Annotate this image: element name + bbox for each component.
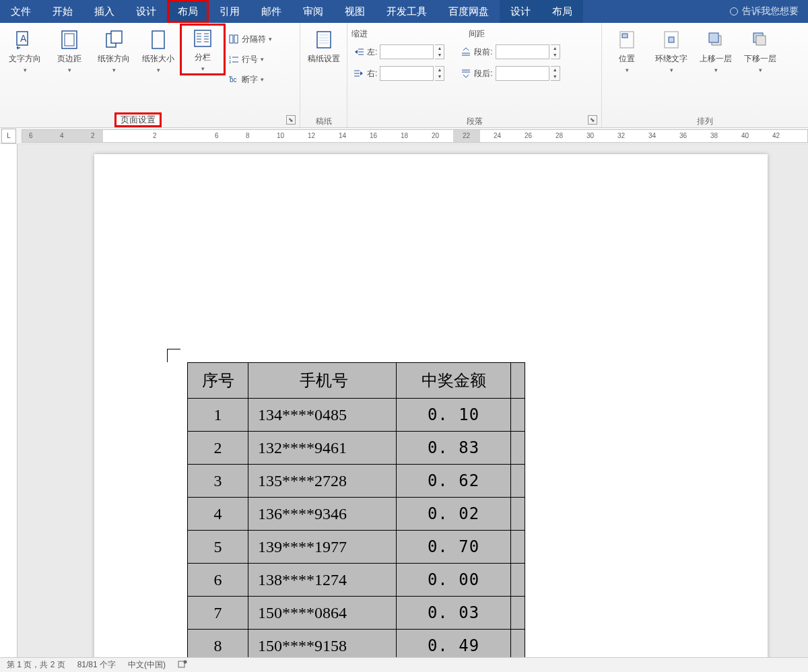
cell-seq[interactable]: 2 (188, 432, 248, 465)
cell-seq[interactable]: 6 (188, 564, 248, 597)
cell-amount[interactable]: 0. 02 (397, 498, 511, 531)
line-numbers-button[interactable]: 12 行号 ▾ (226, 50, 274, 69)
tab-file[interactable]: 文件 (0, 0, 42, 23)
paragraph-launcher[interactable]: ⬊ (588, 115, 597, 125)
paragraph-group-label: 段落 ⬊ (351, 115, 597, 127)
table-row[interactable]: 7150****08640. 03 (188, 597, 525, 630)
tab-review[interactable]: 审阅 (292, 0, 334, 23)
indent-right-input[interactable]: ▲▼ (380, 65, 444, 81)
svg-rect-24 (317, 32, 331, 48)
ruler-tick: 18 (401, 132, 408, 139)
wrap-button[interactable]: 环绕文字 ▾ (650, 26, 692, 76)
cell-phone[interactable]: 134****0485 (248, 399, 397, 432)
send-backward-button[interactable]: 下移一层 ▾ (739, 26, 781, 76)
spacing-before-input[interactable]: ▲▼ (496, 44, 560, 60)
cell-phone[interactable]: 135****2728 (248, 465, 397, 498)
ruler-tick: 12 (308, 132, 315, 139)
margins-button[interactable]: 页边距 ▾ (48, 26, 90, 76)
document-area[interactable]: 序号 手机号 中奖金额 1134****04850. 102132****946… (0, 144, 808, 657)
columns-icon (191, 27, 214, 50)
tell-me[interactable]: 告诉我您想要 (720, 0, 808, 23)
cell-amount[interactable]: 0. 00 (397, 564, 511, 597)
tab-stop-selector[interactable]: L (1, 129, 16, 143)
status-page[interactable]: 第 1 页，共 2 页 (7, 659, 65, 671)
status-words[interactable]: 81/81 个字 (77, 659, 116, 671)
paper-settings-button[interactable]: 稿纸设置 (304, 26, 343, 67)
spacing-after-label: 段后: (474, 68, 492, 79)
header-seq[interactable]: 序号 (188, 363, 248, 399)
cell-phone[interactable]: 138****1274 (248, 564, 397, 597)
table-row[interactable]: 6138****12740. 00 (188, 564, 525, 597)
breaks-button[interactable]: 分隔符 ▾ (226, 30, 274, 48)
table-row[interactable]: 2132****94610. 83 (188, 432, 525, 465)
cell-seq[interactable]: 7 (188, 597, 248, 630)
cell-amount[interactable]: 0. 62 (397, 465, 511, 498)
page-setup-launcher[interactable]: ⬊ (286, 115, 296, 125)
ruler-tick: 14 (339, 132, 346, 139)
hyphenation-button[interactable]: bc 断字 ▾ (226, 70, 274, 89)
tab-baidu[interactable]: 百度网盘 (438, 0, 500, 23)
indent-left-row: 左: ▲▼ (351, 42, 446, 61)
tab-view[interactable]: 视图 (334, 0, 376, 23)
wrap-label: 环绕文字 (655, 53, 687, 65)
tab-mailings[interactable]: 邮件 (250, 0, 292, 23)
tab-insert[interactable]: 插入 (83, 0, 125, 23)
tab-design[interactable]: 设计 (125, 0, 167, 23)
indent-right-icon (354, 68, 364, 79)
ruler-tick: 6 (215, 132, 219, 139)
cell-amount[interactable]: 0. 70 (397, 531, 511, 564)
tab-developer[interactable]: 开发工具 (376, 0, 438, 23)
ruler-tick: 36 (679, 132, 687, 139)
table-row[interactable]: 1134****04850. 10 (188, 399, 525, 432)
ruler-tick: 34 (648, 132, 656, 139)
data-table[interactable]: 序号 手机号 中奖金额 1134****04850. 102132****946… (187, 362, 525, 657)
cell-seq[interactable]: 3 (188, 465, 248, 498)
cell-phone[interactable]: 150****0864 (248, 597, 397, 630)
cell-amount[interactable]: 0. 83 (397, 432, 511, 465)
columns-button[interactable]: 分栏 ▾ (182, 26, 224, 73)
tab-home[interactable]: 开始 (42, 0, 83, 23)
cell-amount[interactable]: 0. 10 (397, 399, 511, 432)
ruler-tick: 2 (153, 132, 157, 139)
vertical-ruler[interactable] (0, 144, 18, 657)
orientation-button[interactable]: 纸张方向 ▾ (93, 26, 135, 76)
indent-left-input[interactable]: ▲▼ (380, 44, 444, 60)
cell-phone[interactable]: 132****9461 (248, 432, 397, 465)
tab-design-contextual[interactable]: 设计 (500, 0, 541, 23)
cell-seq[interactable]: 8 (188, 630, 248, 658)
cell-phone[interactable]: 139****1977 (248, 531, 397, 564)
table-header-row[interactable]: 序号 手机号 中奖金额 (188, 363, 525, 399)
status-language[interactable]: 中文(中国) (128, 659, 166, 671)
table-anchor-icon[interactable] (167, 349, 180, 362)
horizontal-ruler[interactable]: 6422681012141618202224262830323436384042 (22, 129, 808, 143)
ruler-row: L 64226810121416182022242628303234363840… (0, 128, 808, 144)
bring-forward-button[interactable]: 上移一层 ▾ (695, 26, 737, 76)
cell-amount[interactable]: 0. 03 (397, 597, 511, 630)
ruler-tick: 22 (463, 132, 470, 139)
macro-recording-icon[interactable] (178, 659, 187, 671)
cell-phone[interactable]: 150****9158 (248, 630, 397, 658)
tab-references[interactable]: 引用 (209, 0, 250, 23)
cell-seq[interactable]: 1 (188, 399, 248, 432)
header-amount[interactable]: 中奖金额 (397, 363, 511, 399)
spacing-before-label: 段前: (474, 46, 492, 58)
cell-seq[interactable]: 4 (188, 498, 248, 531)
cell-seq[interactable]: 5 (188, 531, 248, 564)
text-direction-button[interactable]: A 文字方向 ▾ (4, 26, 46, 76)
table-row[interactable]: 8150****91580. 49 (188, 630, 525, 658)
spacing-section-label: 间距 (469, 28, 485, 40)
position-label: 位置 (619, 53, 635, 65)
table-row[interactable]: 4136****93460. 02 (188, 498, 525, 531)
header-phone[interactable]: 手机号 (248, 363, 397, 399)
tab-layout-contextual[interactable]: 布局 (541, 0, 583, 23)
size-button[interactable]: 纸张大小 ▾ (137, 26, 179, 76)
cell-phone[interactable]: 136****9346 (248, 498, 397, 531)
orientation-icon (102, 28, 125, 51)
table-row[interactable]: 3135****27280. 62 (188, 465, 525, 498)
table-row[interactable]: 5139****19770. 70 (188, 531, 525, 564)
tab-layout[interactable]: 布局 (167, 0, 209, 23)
svg-rect-7 (195, 30, 211, 46)
cell-amount[interactable]: 0. 49 (397, 630, 511, 658)
spacing-after-input[interactable]: ▲▼ (496, 65, 560, 81)
position-button[interactable]: 位置 ▾ (606, 26, 648, 76)
